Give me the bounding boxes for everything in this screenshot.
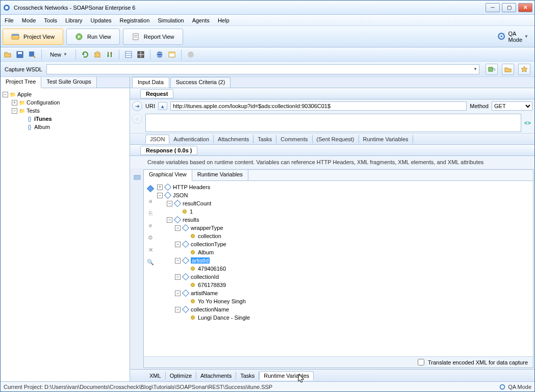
gtool-search-icon[interactable]: 🔍 [147,258,154,266]
svg-point-1 [5,6,8,9]
report-view-button[interactable]: Report View [123,29,183,45]
send-icon[interactable]: ➔ [132,101,142,111]
save-as-icon[interactable] [28,50,36,59]
gnode-wrappertype-val[interactable]: collection [198,233,221,239]
minimize-button[interactable]: ─ [486,3,500,12]
menu-mode[interactable]: Mode [22,17,36,23]
maximize-button[interactable]: ▢ [502,3,516,12]
tool-icon[interactable] [133,173,141,181]
bottab-optimize[interactable]: Optimize [166,372,196,380]
sort-icon[interactable] [106,50,114,59]
gnode-collectionid[interactable]: collectionId [191,274,219,280]
subtab-runtime[interactable]: Runtime Variables [359,135,413,143]
wsdl-btn-3[interactable] [518,64,530,75]
svg-rect-27 [169,52,175,54]
folder-icon: 📁 [18,107,26,114]
bottab-tasks[interactable]: Tasks [236,372,259,380]
subtab-attach[interactable]: Attachments [214,135,253,143]
menu-registration[interactable]: Registration [120,17,150,23]
gtool-a-icon[interactable]: a [147,197,154,204]
graphical-tree[interactable]: +HTTP Headers −JSON −resultCount 1 −resu… [157,183,531,354]
uri-label: URI [145,103,155,109]
gnode-http[interactable]: HTTP Headers [173,184,210,190]
gnode-results[interactable]: results [183,217,199,223]
gnode-collectiontype-val[interactable]: Album [198,249,214,255]
tab-runtime-variables[interactable]: Runtime Variables [192,170,248,180]
tab-test-suite-groups[interactable]: Test Suite Groups [41,77,96,88]
gnode-resultcount[interactable]: resultCount [183,200,211,206]
save-icon[interactable] [16,50,24,59]
menu-tools[interactable]: Tools [44,17,57,23]
table-icon[interactable] [168,50,176,59]
gtool-diamond-icon[interactable] [147,185,154,192]
wsdl-btn-2[interactable] [502,64,514,75]
app-icon [3,4,11,12]
bottab-runtime[interactable]: Runtime Variables [259,371,314,380]
gnode-resultcount-val[interactable]: 1 [190,208,193,215]
menu-simulation[interactable]: Simulation [158,17,184,23]
new-button[interactable]: New ▼ [47,50,70,59]
gtool-gear-icon[interactable]: ⚙ [147,234,154,241]
gtool-copy-icon[interactable]: ⎘ [147,210,154,217]
gnode-artistid-val[interactable]: 479406160 [198,266,226,272]
bottab-attach[interactable]: Attachments [196,372,236,380]
tree-root[interactable]: Apple [17,91,32,97]
run-view-button[interactable]: Run View [66,29,120,45]
subtab-sent[interactable]: (Sent Request) [313,135,359,143]
report-view-label: Report View [144,34,174,40]
body-icon[interactable]: ○ [132,114,142,124]
menu-updates[interactable]: Updates [91,17,112,23]
tab-project-tree[interactable]: Project Tree [1,77,41,88]
subtab-json[interactable]: JSON [145,135,169,144]
menu-agents[interactable]: Agents [192,17,210,23]
tree-expander[interactable]: + [12,100,17,106]
gtool-e-icon[interactable]: e [147,222,154,229]
request-body[interactable] [145,114,521,132]
gnode-artistname-val[interactable]: Yo Yo Honey Singh [198,298,246,304]
translate-checkbox[interactable] [418,359,424,365]
wsdl-input[interactable] [46,64,479,74]
gnode-collectionname-val[interactable]: Lungi Dance - Single [198,315,250,321]
gnode-collectionid-val[interactable]: 676178839 [198,282,226,288]
code-icon[interactable]: <> [524,120,532,126]
gnode-collectionname[interactable]: collectionName [191,306,229,312]
menu-file[interactable]: File [5,17,14,23]
gnode-json[interactable]: JSON [173,192,188,198]
globe-icon[interactable] [156,50,164,59]
menu-help[interactable]: Help [218,17,230,23]
close-button[interactable]: ✕ [518,3,532,12]
method-select[interactable]: GET [492,101,532,111]
new-label: New [50,51,61,58]
stop-icon[interactable] [187,50,195,59]
wsdl-btn-1[interactable] [486,64,498,75]
tab-success-criteria[interactable]: Success Criteria (2) [170,77,231,88]
tree-expander[interactable]: − [3,92,8,97]
package-icon[interactable] [93,50,101,59]
open-icon[interactable] [4,50,12,59]
grid1-icon[interactable] [124,50,133,59]
tab-input-data[interactable]: Input Data [132,77,169,88]
project-view-button[interactable]: Project View [3,29,63,45]
qa-mode-indicator[interactable]: QA Mode ▼ [497,31,532,43]
subtab-comments[interactable]: Comments [276,135,312,143]
subtab-tasks[interactable]: Tasks [253,135,276,143]
subtab-auth[interactable]: Authentication [169,135,214,143]
wsdl-dropdown-icon[interactable]: ▼ [473,67,477,71]
tree-itunes[interactable]: iTunes [34,116,52,122]
tree-album[interactable]: Album [34,124,50,130]
uri-collapse-icon[interactable]: ▴ [158,102,167,110]
tree-expander[interactable]: − [12,108,17,114]
menu-library[interactable]: Library [65,17,83,23]
gnode-artistid[interactable]: artistId [191,257,210,264]
refresh-icon[interactable] [81,50,89,59]
gnode-collectiontype[interactable]: collectionType [191,241,226,247]
tab-graphical-view[interactable]: Graphical View [144,170,192,181]
gtool-x-icon[interactable]: ✕ [147,246,154,253]
gnode-wrappertype[interactable]: wrapperType [191,225,223,231]
uri-input[interactable] [170,101,467,111]
grid2-icon[interactable] [137,50,145,59]
tree-tests[interactable]: Tests [27,108,40,114]
gnode-artistname[interactable]: artistName [191,290,218,296]
tree-config[interactable]: Configuration [27,99,60,106]
bottab-xml[interactable]: XML [145,372,166,380]
